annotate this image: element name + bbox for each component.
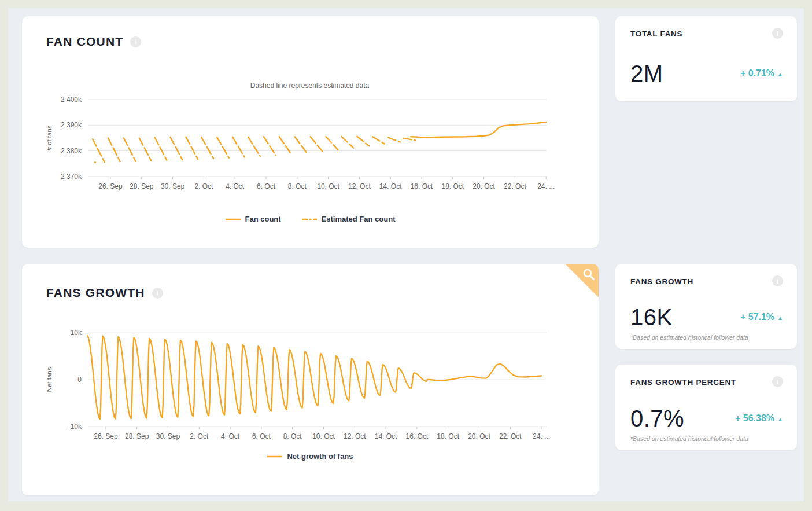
analytics-dashboard: { "page": { "frame_background": "#E9EADF… [0, 0, 812, 511]
fan-count-title: FAN COUNT [46, 35, 123, 49]
info-icon[interactable]: i [130, 36, 141, 47]
svg-text:18. Oct: 18. Oct [437, 432, 459, 440]
total-fans-card: TOTAL FANS i 2M + 0.71%▲ [615, 16, 797, 101]
total-fans-title: TOTAL FANS [630, 28, 682, 38]
svg-text:26. Sep: 26. Sep [98, 182, 123, 190]
fans-growth-chart-card: FANS GROWTH i 10k0-10k26. Sep28. Sep30. … [22, 264, 599, 495]
total-fans-value: 2M [630, 62, 663, 85]
info-icon[interactable]: i [772, 376, 783, 387]
svg-text:6. Oct: 6. Oct [252, 432, 271, 440]
dashboard-board: FAN COUNT i Dashed line represents estim… [8, 8, 804, 501]
svg-text:10k: 10k [71, 329, 82, 337]
fans-growth-value: 16K [630, 306, 673, 329]
fans-growth-change: + 57.1%▲ [740, 312, 783, 322]
info-icon[interactable]: i [152, 288, 163, 299]
svg-text:14. Oct: 14. Oct [379, 182, 402, 190]
legend-item-estimated-fan-count[interactable]: Estimated Fan count [302, 215, 396, 223]
fans-growth-stat-card: FANS GROWTH i 16K + 57.1%▲ *Based on est… [615, 264, 797, 349]
legend-label: Estimated Fan count [322, 215, 396, 223]
svg-text:2 380k: 2 380k [61, 147, 82, 155]
svg-text:20. Oct: 20. Oct [468, 432, 490, 440]
fans-growth-percent-change: + 56.38%▲ [735, 413, 783, 424]
total-fans-change: + 0.71%▲ [740, 68, 783, 79]
solid-line-swatch-icon [267, 455, 282, 458]
svg-text:22. Oct: 22. Oct [504, 182, 526, 190]
legend-label: Net growth of fans [287, 452, 353, 461]
svg-text:6. Oct: 6. Oct [257, 182, 276, 190]
info-icon[interactable]: i [772, 275, 783, 286]
svg-text:2. Oct: 2. Oct [190, 432, 209, 440]
magnifier-icon [582, 267, 596, 281]
zoom-ribbon[interactable] [565, 264, 599, 297]
trend-up-icon: ▲ [777, 416, 783, 422]
svg-text:10. Oct: 10. Oct [317, 182, 339, 190]
svg-text:28. Sep: 28. Sep [130, 182, 154, 190]
svg-text:4. Oct: 4. Oct [221, 432, 240, 440]
svg-text:0: 0 [77, 376, 82, 384]
svg-text:Net fans: Net fans [46, 367, 53, 392]
fans-growth-stat-title: FANS GROWTH [630, 275, 693, 286]
svg-text:2 400k: 2 400k [61, 95, 82, 104]
fans-growth-title: FANS GROWTH [46, 286, 145, 300]
legend-label: Fan count [245, 215, 281, 223]
estimated-data-footnote: *Based on estimated historical follower … [630, 435, 783, 442]
svg-text:8. Oct: 8. Oct [288, 182, 307, 190]
svg-text:4. Oct: 4. Oct [226, 182, 245, 190]
fans-growth-percent-title: FANS GROWTH PERCENT [630, 376, 736, 387]
svg-text:26. Sep: 26. Sep [94, 432, 118, 440]
fans-growth-percent-card: FANS GROWTH PERCENT i 0.7% + 56.38%▲ *Ba… [615, 365, 797, 450]
svg-text:2 390k: 2 390k [61, 121, 82, 129]
svg-text:20. Oct: 20. Oct [473, 182, 495, 190]
svg-text:10. Oct: 10. Oct [312, 432, 335, 440]
fan-count-legend: Fan count Estimated Fan count [22, 215, 599, 223]
svg-text:8. Oct: 8. Oct [283, 432, 302, 440]
trend-up-icon: ▲ [777, 315, 783, 321]
fan-count-header: FAN COUNT i [46, 35, 141, 49]
svg-text:22. Oct: 22. Oct [499, 432, 522, 440]
fans-growth-percent-value: 0.7% [630, 407, 684, 430]
fan-count-card: FAN COUNT i Dashed line represents estim… [22, 16, 599, 248]
svg-text:30. Sep: 30. Sep [156, 432, 180, 440]
estimated-data-note: Dashed line represents estimated data [45, 82, 574, 90]
legend-item-fan-count[interactable]: Fan count [226, 215, 281, 223]
legend-item-net-growth[interactable]: Net growth of fans [267, 452, 353, 461]
svg-text:28. Sep: 28. Sep [125, 432, 149, 440]
dashed-line-swatch-icon [302, 218, 317, 221]
info-icon[interactable]: i [772, 28, 783, 39]
svg-text:12. Oct: 12. Oct [344, 432, 366, 440]
svg-text:-10k: -10k [68, 422, 82, 431]
svg-text:18. Oct: 18. Oct [441, 182, 464, 190]
svg-text:24. ...: 24. ... [533, 432, 550, 440]
svg-text:30. Sep: 30. Sep [161, 182, 185, 190]
fans-growth-chart[interactable]: 10k0-10k26. Sep28. Sep30. Sep2. Oct4. Oc… [45, 322, 574, 444]
svg-text:12. Oct: 12. Oct [348, 182, 371, 190]
fans-growth-legend: Net growth of fans [22, 452, 599, 461]
fans-growth-header: FANS GROWTH i [46, 286, 163, 300]
svg-text:14. Oct: 14. Oct [375, 432, 397, 440]
svg-text:16. Oct: 16. Oct [406, 432, 429, 440]
svg-text:2 370k: 2 370k [61, 172, 82, 181]
svg-text:24. ...: 24. ... [537, 182, 555, 190]
fan-count-chart[interactable]: 2 400k2 390k2 380k2 370k26. Sep28. Sep30… [45, 90, 574, 199]
estimated-data-footnote: *Based on estimated historical follower … [630, 334, 783, 341]
solid-line-swatch-icon [226, 218, 241, 221]
svg-text:16. Oct: 16. Oct [411, 182, 433, 190]
svg-text:2. Oct: 2. Oct [194, 182, 213, 190]
svg-text:# of fans: # of fans [46, 125, 53, 150]
trend-up-icon: ▲ [777, 71, 783, 78]
